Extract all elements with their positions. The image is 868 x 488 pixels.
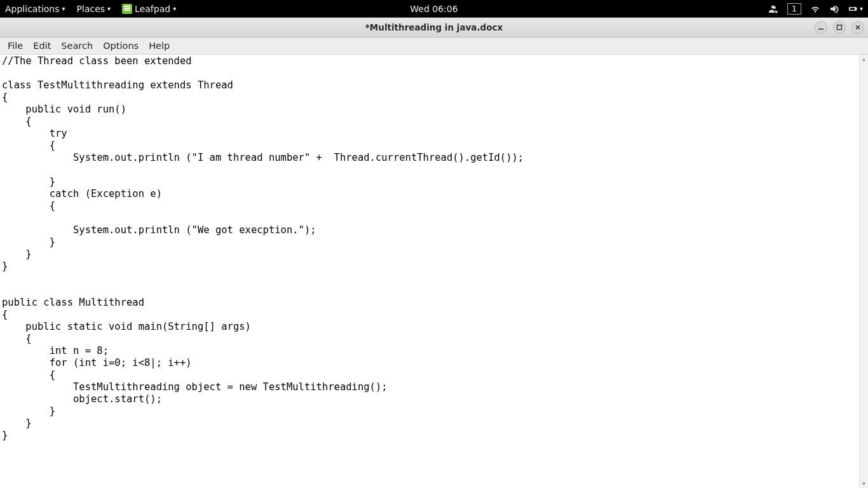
- power-menu[interactable]: ▾: [848, 4, 863, 14]
- vertical-scrollbar[interactable]: ▴ ▾: [859, 55, 868, 488]
- volume-icon[interactable]: [829, 4, 839, 14]
- panel-applications-menu[interactable]: Applications ▾: [5, 4, 65, 14]
- leafpad-app-icon: [122, 4, 132, 14]
- caret-down-icon: ▾: [860, 5, 863, 12]
- app-menubar: File Edit Search Options Help: [0, 37, 868, 55]
- menu-options[interactable]: Options: [98, 39, 144, 53]
- leafpad-window: *Multithreading in java.docx File Edit S…: [0, 17, 868, 488]
- menu-help-label: Help: [149, 41, 170, 51]
- panel-app-label: Leafpad: [135, 4, 170, 14]
- workspace-indicator[interactable]: 1: [787, 3, 801, 15]
- panel-clock-label: Wed 06:06: [410, 4, 458, 14]
- window-close-button[interactable]: [851, 21, 864, 34]
- window-titlebar[interactable]: *Multithreading in java.docx: [0, 18, 868, 37]
- svg-rect-0: [818, 29, 824, 30]
- window-title: *Multithreading in java.docx: [365, 22, 503, 32]
- menu-search-label: Search: [61, 41, 93, 51]
- editor-content: //The Thread class been extended class T…: [2, 55, 524, 441]
- menu-edit-label: Edit: [33, 41, 51, 51]
- caret-down-icon: ▾: [107, 5, 111, 12]
- panel-active-app[interactable]: Leafpad ▾: [122, 4, 176, 14]
- panel-clock[interactable]: Wed 06:06: [410, 4, 458, 14]
- scroll-up-stepper[interactable]: ▴: [860, 55, 868, 64]
- panel-places-menu[interactable]: Places ▾: [77, 4, 111, 14]
- menu-help[interactable]: Help: [144, 39, 175, 53]
- caret-down-icon: ▾: [173, 5, 176, 12]
- panel-applications-label: Applications: [5, 4, 60, 14]
- menu-file[interactable]: File: [3, 39, 28, 53]
- workspace-number: 1: [792, 4, 797, 13]
- caret-down-icon: ▾: [62, 5, 65, 12]
- menu-edit[interactable]: Edit: [28, 39, 56, 53]
- window-maximize-button[interactable]: [833, 21, 846, 34]
- desktop-top-panel: Applications ▾ Places ▾ Leafpad ▾ Wed 06…: [0, 0, 868, 17]
- text-editor-area[interactable]: //The Thread class been extended class T…: [0, 55, 859, 488]
- svg-rect-1: [837, 25, 842, 30]
- scroll-down-stepper[interactable]: ▾: [860, 479, 868, 488]
- window-minimize-button[interactable]: [815, 21, 827, 34]
- menu-search[interactable]: Search: [56, 39, 98, 53]
- menu-options-label: Options: [103, 41, 139, 51]
- users-icon[interactable]: [768, 4, 778, 14]
- menu-file-label: File: [8, 41, 23, 51]
- panel-places-label: Places: [77, 4, 105, 14]
- battery-icon: [848, 4, 858, 14]
- wifi-icon[interactable]: [810, 4, 820, 14]
